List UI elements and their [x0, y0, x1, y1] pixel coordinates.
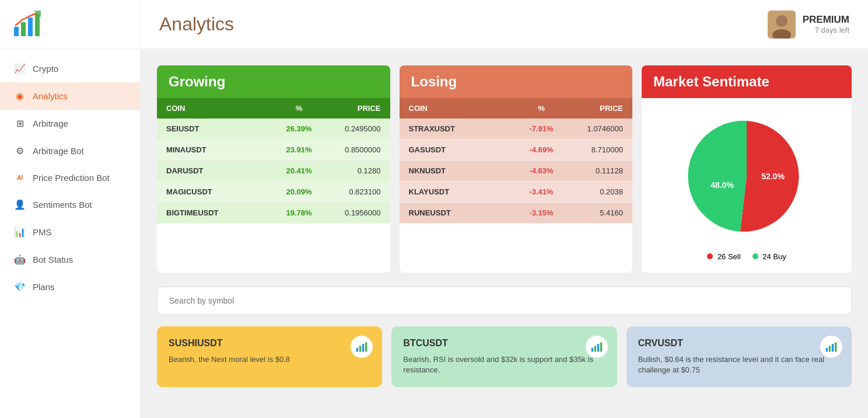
sidebar-label-crypto: Crypto: [33, 64, 58, 74]
sidebar-label-analytics: Analytics: [33, 91, 68, 101]
sell-dot: [707, 253, 713, 259]
bottom-card: CRVUSDT Bullish, $0.64 is the resistance…: [626, 326, 852, 387]
coin-name: GASUSDT: [409, 145, 519, 154]
chart-icon: 📈: [14, 63, 26, 74]
svg-rect-13: [594, 346, 596, 351]
coin-price: 0.2038: [565, 187, 623, 196]
card-icon: [586, 336, 608, 358]
coin-name: NKNUSDT: [409, 166, 519, 175]
coin-name: MINAUSDT: [166, 145, 276, 154]
svg-rect-14: [597, 344, 599, 352]
sidebar-label-price-prediction: Price Prediction Bot: [33, 173, 110, 183]
bottom-cards: SUSHIUSDT Bearish, the Next moral level …: [157, 326, 852, 387]
search-input[interactable]: [169, 296, 839, 305]
analytics-icon: ◉: [14, 90, 26, 102]
coin-price: 1.0746000: [565, 124, 623, 133]
sidebar-item-price-prediction[interactable]: AI Price Prediction Bot: [0, 165, 140, 191]
losing-rows: STRAXUSDT -7.91% 1.0746000 GASUSDT -4.69…: [400, 119, 633, 224]
growing-header: Growing: [157, 65, 390, 98]
sidebar-label-plans: Plans: [33, 282, 55, 292]
svg-rect-2: [28, 18, 33, 36]
content-area: Growing COIN % PRICE SEIUSDT 26.39% 0.24…: [141, 49, 868, 418]
sidebar-label-sentiments: Sentiments Bot: [33, 200, 92, 210]
table-row: RUNEUSDT -3.15% 5.4160: [400, 203, 633, 224]
svg-rect-0: [14, 27, 19, 36]
table-row: SEIUSDT 26.39% 0.2495000: [157, 119, 390, 140]
header: Analytics PREMIUM 7 days left: [141, 0, 868, 49]
coin-name: DARUSDT: [166, 166, 276, 175]
card-symbol: BTCUSDT: [403, 338, 605, 349]
bot-icon: ⚙: [14, 145, 26, 156]
market-sentiment-card: Market Sentimate: [642, 65, 852, 273]
losing-col-headers: COIN % PRICE: [400, 98, 633, 119]
sidebar-item-bot-status[interactable]: 🤖 Bot Status: [0, 246, 140, 273]
sidebar-item-analytics[interactable]: ◉ Analytics: [0, 82, 140, 110]
pie-buy-segment: [688, 121, 747, 232]
user-info: PREMIUM 7 days left: [768, 11, 849, 39]
card-desc: Bearish, the Next moral level is $0.8: [169, 354, 370, 365]
coin-pct: 20.09%: [276, 187, 323, 196]
robot-icon: 🤖: [14, 254, 26, 265]
pms-icon: 📊: [14, 227, 26, 238]
svg-rect-3: [35, 14, 40, 36]
svg-rect-8: [356, 348, 358, 352]
sidebar-item-arbitrage[interactable]: ⊞ Arbitrage: [0, 110, 140, 137]
coin-name: RUNEUSDT: [409, 208, 519, 217]
table-row: DARUSDT 20.41% 0.1280: [157, 161, 390, 182]
coin-name: SEIUSDT: [166, 124, 276, 133]
market-header: Market Sentimate: [642, 65, 852, 98]
pie-legend: 26 Sell 24 Buy: [642, 248, 852, 273]
table-row: MAGICUSDT 20.09% 0.823100: [157, 182, 390, 203]
sidebar-navigation: 📈 Crypto ◉ Analytics ⊞ Arbitrage ⚙ Arbit…: [0, 49, 140, 418]
logo-icon: [12, 9, 42, 40]
sidebar-label-pms: PMS: [33, 227, 52, 237]
card-symbol: CRVUSDT: [638, 338, 840, 349]
sidebar-label-bot-status: Bot Status: [33, 255, 73, 264]
growing-col-pct: %: [276, 104, 323, 113]
sidebar-item-plans[interactable]: 💎 Plans: [0, 273, 140, 301]
sidebar-item-sentiments[interactable]: 👤 Sentiments Bot: [0, 191, 140, 218]
sidebar-item-arbitrage-bot[interactable]: ⚙ Arbitrage Bot: [0, 137, 140, 165]
buy-legend: 24 Buy: [752, 252, 786, 261]
table-row: BIGTIMEUSDT 19.78% 0.1956000: [157, 203, 390, 224]
coin-price: 0.8500000: [323, 145, 381, 154]
coin-price: 0.823100: [323, 187, 381, 196]
coin-name: STRAXUSDT: [409, 124, 519, 133]
svg-rect-11: [365, 342, 367, 351]
growing-rows: SEIUSDT 26.39% 0.2495000 MINAUSDT 23.91%…: [157, 119, 390, 224]
svg-rect-15: [600, 342, 602, 351]
diamond-icon: 💎: [14, 281, 26, 292]
pie-chart: 52.0% 48.0%: [682, 112, 811, 241]
sidebar-item-crypto[interactable]: 📈 Crypto: [0, 55, 140, 82]
avatar: [768, 11, 796, 39]
coin-pct: 20.41%: [276, 166, 323, 175]
user-plan: PREMIUM: [803, 14, 849, 26]
bottom-card: BTCUSDT Bearish, RSI is oversold and $32…: [391, 326, 617, 387]
card-desc: Bullish, $0.64 is the resistance level a…: [638, 354, 840, 375]
person-icon: 👤: [14, 199, 26, 210]
coin-price: 0.2495000: [323, 124, 381, 133]
growing-col-headers: COIN % PRICE: [157, 98, 390, 119]
coin-name: MAGICUSDT: [166, 187, 276, 196]
sidebar-item-pms[interactable]: 📊 PMS: [0, 218, 140, 246]
losing-col-price: PRICE: [565, 104, 623, 113]
search-bar[interactable]: [157, 287, 852, 315]
ai-icon: AI: [14, 175, 26, 181]
page-title: Analytics: [159, 13, 234, 35]
table-row: NKNUSDT -4.63% 0.11128: [400, 161, 633, 182]
coin-pct: 26.39%: [276, 124, 323, 133]
svg-rect-9: [359, 346, 361, 351]
sell-legend: 26 Sell: [707, 252, 740, 261]
coin-name: KLAYUSDT: [409, 187, 519, 196]
pie-sell-label: 52.0%: [761, 172, 785, 181]
coin-pct: 23.91%: [276, 145, 323, 154]
coin-price: 0.1956000: [323, 208, 381, 217]
growing-col-price: PRICE: [323, 104, 381, 113]
table-row: GASUSDT -4.69% 8.710000: [400, 140, 633, 161]
user-details: PREMIUM 7 days left: [803, 14, 849, 34]
losing-col-coin: COIN: [409, 104, 519, 113]
coin-price: 5.4160: [565, 208, 623, 217]
losing-table: Losing COIN % PRICE STRAXUSDT -7.91% 1.0…: [400, 65, 633, 273]
coin-pct: 19.78%: [276, 208, 323, 217]
user-days: 7 days left: [803, 26, 849, 34]
